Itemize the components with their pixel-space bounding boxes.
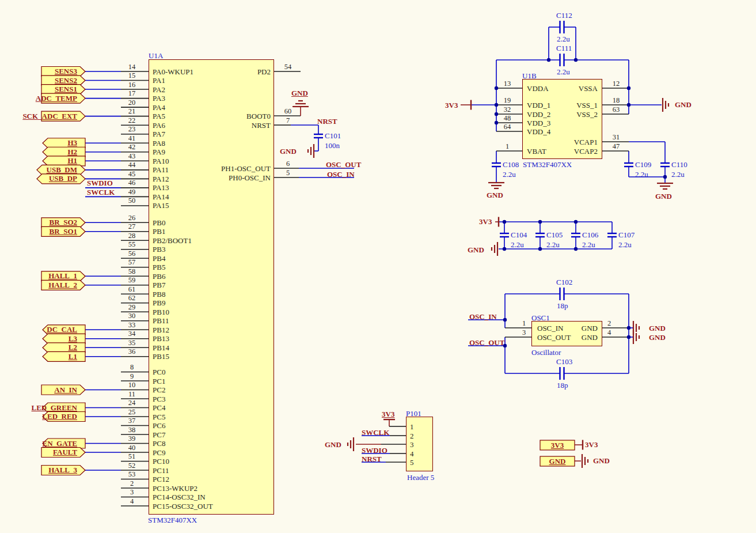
pin-number: 2: [603, 320, 615, 327]
capacitor-refdes[interactable]: C104: [511, 230, 527, 239]
net-label[interactable]: SWCLK: [87, 188, 115, 196]
pin-number: 14: [117, 63, 146, 71]
pin-number: 26: [117, 214, 146, 222]
capacitor-refdes[interactable]: C111: [556, 44, 572, 52]
pin-number: 54: [275, 63, 301, 71]
pin-number: 47: [603, 143, 629, 150]
net-label[interactable]: SWDIO: [87, 179, 113, 187]
pin-number: 40: [117, 444, 146, 452]
net-label[interactable]: NRST: [317, 117, 337, 126]
pin-name: PC6: [153, 421, 273, 430]
component-designator[interactable]: U1A: [149, 51, 163, 60]
pin-name: GND: [518, 324, 598, 332]
capacitor-refdes[interactable]: C102: [556, 278, 572, 286]
pin-number: 35: [117, 339, 146, 347]
gnd-label: GND: [649, 324, 666, 332]
net-label[interactable]: OSC_IN: [327, 170, 355, 179]
pin-number: 43: [117, 153, 146, 160]
capacitor-value: 2.2u: [557, 35, 570, 43]
pin-number: 2: [117, 480, 146, 487]
port-label: SENS3: [55, 67, 77, 76]
pin-number: 60: [275, 108, 301, 115]
capacitor-refdes[interactable]: C107: [618, 230, 635, 239]
pin-number: 20: [117, 99, 146, 107]
capacitor-value: 2.2u: [671, 170, 685, 179]
pin-name: PA14: [153, 192, 273, 201]
pin-number: 6: [275, 160, 301, 168]
pin-name: PC10: [153, 457, 273, 466]
pin-number: 7: [275, 117, 301, 124]
pin-name: PB2/BOOT1: [153, 236, 273, 245]
pin-number: 51: [117, 453, 146, 460]
pin-name: PC9: [153, 448, 273, 457]
component-designator[interactable]: P101: [406, 409, 421, 418]
port-label: AN_IN: [54, 385, 77, 395]
port-label: SENS2: [55, 76, 77, 85]
pin-name: PH0-OSC_IN: [150, 173, 271, 182]
capacitor-refdes[interactable]: C105: [546, 230, 563, 239]
capacitor-value: 2.2u: [546, 240, 560, 249]
schematic-canvas: C101100nC10218pC10318pC1042.2uC1052.2uC1…: [0, 0, 756, 533]
pin-name: PC14-OSC32_IN: [153, 493, 273, 501]
pin-name: PA13: [153, 183, 273, 192]
capacitor-refdes[interactable]: C108: [503, 160, 519, 169]
pin-number: 15: [117, 72, 146, 80]
pin-number: 11: [117, 391, 146, 398]
pin-name: VDD_4: [527, 127, 596, 136]
pin-name: PB5: [153, 263, 273, 271]
capacitor-value: 2.2u: [635, 170, 648, 179]
capacitor-value: 2.2u: [618, 240, 632, 249]
pin-number: 10: [117, 381, 146, 389]
pin-name: PC1: [153, 377, 273, 385]
pin-number: 4: [410, 449, 421, 458]
pin-name: VDD_3: [527, 119, 596, 127]
pin-name: PB6: [153, 272, 273, 281]
pin-name: PC3: [153, 395, 273, 403]
pin-name: PC15-OSC32_OUT: [153, 502, 273, 511]
port-label: SENS1: [55, 85, 77, 94]
gnd-label: GND: [649, 333, 666, 342]
port-label: ADC_TEMP: [36, 94, 77, 103]
capacitor-refdes[interactable]: C103: [556, 357, 572, 366]
pin-name: VCAP2: [507, 147, 598, 156]
port-label: HALL_2: [48, 281, 77, 290]
pin-number: 52: [117, 462, 146, 470]
component-part-label: STM32F407XX: [148, 516, 197, 524]
pin-number: 37: [117, 417, 146, 425]
gnd-label: GND: [655, 192, 672, 201]
capacitor-refdes[interactable]: C112: [556, 11, 572, 20]
net-label[interactable]: OSC_OUT: [469, 338, 504, 347]
port-label: FAULT: [53, 448, 77, 457]
net-label[interactable]: NRST: [362, 455, 382, 463]
pin-number: 28: [117, 232, 146, 240]
component-designator[interactable]: U1B: [522, 71, 537, 80]
net-label[interactable]: SWDIO: [362, 446, 388, 455]
pin-number: 41: [117, 135, 146, 142]
capacitor-refdes[interactable]: C101: [325, 131, 341, 140]
net-label[interactable]: OSC_OUT: [326, 160, 361, 169]
capacitor-refdes[interactable]: C106: [582, 230, 598, 239]
pin-name: PB8: [153, 290, 273, 298]
power-label: 3V3: [382, 410, 394, 418]
pin-name: PA3: [153, 94, 273, 103]
pin-name: PB9: [153, 298, 273, 307]
pin-number: 24: [117, 399, 146, 407]
pin-number: 58: [117, 268, 146, 275]
capacitor-value: 18p: [557, 381, 568, 390]
power-label: 3V3: [445, 101, 458, 109]
capacitor-refdes[interactable]: C110: [671, 160, 687, 169]
port-label: H2: [67, 148, 77, 157]
pin-number: 31: [603, 134, 629, 141]
port-label: LED_GREEN: [32, 403, 77, 413]
pin-number: 44: [117, 161, 146, 169]
pin-name: VCAP1: [507, 138, 598, 146]
pin-number: 21: [117, 108, 146, 115]
capacitor-refdes[interactable]: C109: [635, 160, 651, 169]
pin-name: PA1: [153, 76, 273, 85]
pin-number: 18: [603, 97, 629, 104]
pin-number: 36: [117, 348, 146, 356]
net-label[interactable]: OSC_IN: [469, 312, 497, 321]
gnd-label: GND: [675, 100, 692, 109]
capacitor-value: 18p: [557, 301, 568, 310]
net-label[interactable]: SWCLK: [362, 428, 389, 437]
